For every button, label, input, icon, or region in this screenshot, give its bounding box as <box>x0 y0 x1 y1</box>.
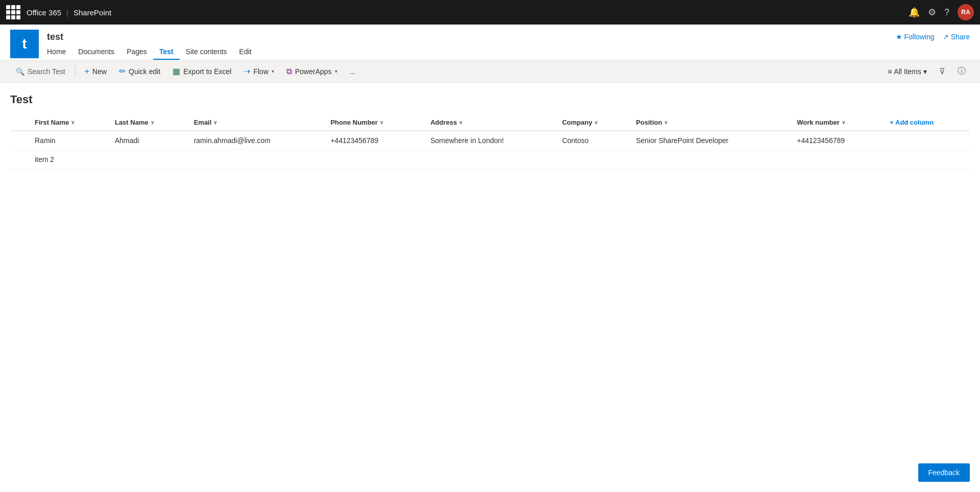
col-select <box>10 114 29 131</box>
more-button[interactable]: ... <box>345 64 361 79</box>
col-last-name[interactable]: Last Name ∨ <box>109 114 188 131</box>
cell-email[interactable] <box>188 150 325 169</box>
view-selector[interactable]: ≡ All Items ▾ <box>884 65 931 78</box>
col-phone-label: Phone Number <box>330 119 377 126</box>
site-header-left: t test Home Documents Pages Test Site co… <box>10 30 258 60</box>
list-view-icon: ≡ <box>888 67 892 76</box>
cell-last-name[interactable] <box>109 150 188 169</box>
star-icon: ★ <box>896 33 902 41</box>
search-placeholder: Search Test <box>28 67 65 76</box>
cell-address[interactable] <box>424 150 556 169</box>
col-company[interactable]: Company ∨ <box>556 114 630 131</box>
settings-button[interactable]: ⚙ <box>928 7 936 18</box>
site-header-right: ★ Following ↗ Share <box>896 30 970 41</box>
cell-work-number[interactable] <box>791 150 884 169</box>
cell-position[interactable] <box>630 150 791 169</box>
more-label: ... <box>350 67 356 76</box>
list-table: First Name ∨ Last Name ∨ Email ∨ <box>10 114 970 169</box>
table-row[interactable]: RaminAhmadiramin.ahmadi@live.com+4412345… <box>10 131 970 150</box>
add-column-button[interactable]: + Add column <box>890 119 964 126</box>
address-sort-icon: ∨ <box>459 120 462 125</box>
cell-email[interactable]: ramin.ahmadi@live.com <box>188 131 325 150</box>
table-row[interactable]: item 2 <box>10 150 970 169</box>
flow-label: Flow <box>253 67 268 76</box>
col-phone-number[interactable]: Phone Number ∨ <box>324 114 424 131</box>
sharepoint-label[interactable]: SharePoint <box>74 8 111 17</box>
position-sort-icon: ∨ <box>664 120 668 125</box>
cell-work-number[interactable]: +44123456789 <box>791 131 884 150</box>
quick-edit-label: Quick edit <box>129 67 160 76</box>
flow-button[interactable]: ⇢ Flow ▾ <box>238 63 279 79</box>
export-to-excel-button[interactable]: ▦ Export to Excel <box>167 63 236 79</box>
command-bar: 🔍 Search Test + New ✏ Quick edit ▦ Expor… <box>0 60 980 83</box>
list-title: Test <box>10 93 970 106</box>
row-select[interactable] <box>10 131 29 150</box>
nav-documents[interactable]: Documents <box>72 44 120 60</box>
powerapps-button[interactable]: ⧉ PowerApps ▾ <box>281 64 342 79</box>
col-position[interactable]: Position ∨ <box>630 114 791 131</box>
share-label: Share <box>951 33 970 41</box>
col-work-number[interactable]: Work number ∨ <box>791 114 884 131</box>
filter-icon: ⊽ <box>939 67 945 76</box>
site-navigation: Home Documents Pages Test Site contents … <box>47 44 258 60</box>
site-header: t test Home Documents Pages Test Site co… <box>0 25 980 60</box>
table-header-row: First Name ∨ Last Name ∨ Email ∨ <box>10 114 970 131</box>
share-icon: ↗ <box>943 33 949 41</box>
info-button[interactable]: ⓘ <box>953 64 970 79</box>
office365-label[interactable]: Office 365 <box>27 8 61 17</box>
pencil-icon: ✏ <box>119 66 126 76</box>
new-button[interactable]: + New <box>80 64 112 79</box>
cell-address[interactable]: Somewhere in London! <box>424 131 556 150</box>
nav-pages[interactable]: Pages <box>120 44 153 60</box>
flow-chevron: ▾ <box>272 68 274 74</box>
view-chevron: ▾ <box>923 67 927 76</box>
nav-edit[interactable]: Edit <box>233 44 258 60</box>
cell-phone[interactable]: +44123456789 <box>324 131 424 150</box>
new-label: New <box>92 67 107 76</box>
cell-empty[interactable] <box>884 150 970 169</box>
add-column-label: + Add column <box>890 119 934 126</box>
cell-position[interactable]: Senior SharePoint Developer <box>630 131 791 150</box>
col-add-column[interactable]: + Add column <box>884 114 970 131</box>
command-bar-right: ≡ All Items ▾ ⊽ ⓘ <box>884 64 970 79</box>
user-avatar[interactable]: RA <box>958 4 974 20</box>
cell-first-name[interactable]: Ramin <box>29 131 109 150</box>
first-name-sort-icon: ∨ <box>71 120 75 125</box>
command-bar-left: 🔍 Search Test + New ✏ Quick edit ▦ Expor… <box>10 63 360 79</box>
col-first-name-label: First Name <box>35 119 69 126</box>
nav-site-contents[interactable]: Site contents <box>180 44 233 60</box>
search-box[interactable]: 🔍 Search Test <box>10 65 71 78</box>
nav-test[interactable]: Test <box>153 44 180 60</box>
new-icon: + <box>85 67 89 76</box>
filter-button[interactable]: ⊽ <box>935 64 949 78</box>
quick-edit-button[interactable]: ✏ Quick edit <box>114 63 165 79</box>
cell-last-name[interactable]: Ahmadi <box>109 131 188 150</box>
main-content: Test First Name ∨ Last Name ∨ <box>0 83 980 179</box>
site-info: test Home Documents Pages Test Site cont… <box>47 30 258 60</box>
table-body: RaminAhmadiramin.ahmadi@live.com+4412345… <box>10 131 970 169</box>
col-email[interactable]: Email ∨ <box>188 114 325 131</box>
cell-phone[interactable] <box>324 150 424 169</box>
following-link[interactable]: ★ Following <box>896 33 935 41</box>
share-link[interactable]: ↗ Share <box>943 33 970 41</box>
cell-company[interactable] <box>556 150 630 169</box>
waffle-menu-icon[interactable] <box>6 5 20 19</box>
excel-icon: ▦ <box>173 66 180 76</box>
col-work-number-label: Work number <box>797 119 840 126</box>
info-icon: ⓘ <box>958 66 966 75</box>
cell-first-name[interactable]: item 2 <box>29 150 109 169</box>
col-first-name[interactable]: First Name ∨ <box>29 114 109 131</box>
col-email-label: Email <box>194 119 212 126</box>
flow-icon: ⇢ <box>243 66 250 76</box>
export-label: Export to Excel <box>183 67 231 76</box>
company-sort-icon: ∨ <box>594 120 598 125</box>
notifications-button[interactable]: 🔔 <box>909 7 920 18</box>
col-address[interactable]: Address ∨ <box>424 114 556 131</box>
help-button[interactable]: ? <box>944 7 949 18</box>
cmd-divider-1 <box>75 65 76 78</box>
row-select[interactable] <box>10 150 29 169</box>
cell-company[interactable]: Contoso <box>556 131 630 150</box>
cell-empty[interactable] <box>884 131 970 150</box>
powerapps-icon: ⧉ <box>286 67 292 76</box>
nav-home[interactable]: Home <box>47 44 72 60</box>
